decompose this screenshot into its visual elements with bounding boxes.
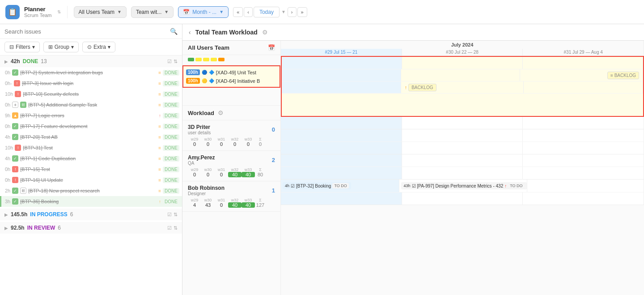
in-progress-expand[interactable]: ▶ <box>4 212 8 217</box>
gantt-cell-team-w29 <box>282 57 402 69</box>
in-progress-action-check[interactable]: ☑ <box>167 212 172 218</box>
done-action-sort[interactable]: ⇅ <box>174 59 178 64</box>
workload-gantt: 4h ☑ [BTP-32] Booking TO DO 43h ☑ <box>281 117 644 205</box>
list-item[interactable]: 10h ! [BTP-31] Test ≡ DONE <box>0 142 182 153</box>
priority-icon: ↑ <box>159 113 161 118</box>
status-badge: DONE <box>163 188 179 194</box>
list-item[interactable]: 2h ✓ ⛓ [BTP-18] New prospect research ≡ … <box>0 185 182 196</box>
search-icon: 🔍 <box>170 28 178 35</box>
team-calendar-button[interactable]: 📅 <box>268 44 275 51</box>
bar-orange <box>218 58 225 61</box>
task-subtype-icon-2: 🔷 <box>209 78 214 83</box>
view-dropdown[interactable]: Team wit... ▼ <box>131 6 174 18</box>
task-name-1: [XAD-49] Unit Test <box>216 70 256 75</box>
bobrobinson-w30: w30 43 <box>201 198 215 208</box>
today-button[interactable]: Today <box>254 7 280 17</box>
left-info-col: All Users Team 📅 100h 🔵 <box>182 41 281 295</box>
in-review-expand[interactable]: ▶ <box>4 226 8 231</box>
extra-label: Extra <box>93 44 106 50</box>
bug-icon: ! <box>12 166 18 172</box>
extra-button[interactable]: ⊙ Extra ▾ <box>82 42 115 52</box>
3dpriter-gantt-w31 <box>523 129 644 141</box>
amyperez-header: Amy.Perez QA 2 <box>182 151 280 167</box>
list-item[interactable]: 0h + ⛓ [BTP-5] Additional Sample Task ≡ … <box>0 99 182 110</box>
nav-back-double[interactable]: « <box>233 7 243 17</box>
list-item[interactable]: 4h ✓ [BTP-1] Code Duplication ≡ DONE <box>0 153 182 164</box>
status-badge: DONE <box>163 134 179 140</box>
priority-icon: ≡ <box>158 92 161 97</box>
gantt-cell-task1-w29 <box>282 69 401 81</box>
group-icon: ⊞ <box>48 44 53 50</box>
list-item[interactable]: 0h ! [BTP-16] UI Update ≡ DONE <box>0 175 182 185</box>
team-dropdown[interactable]: All Users Team ▼ <box>74 6 127 18</box>
task-name-2: [XAD-64] Initiative B <box>216 78 260 84</box>
3dpriter-gantt-header-row <box>281 129 644 142</box>
bobrobinson-role: Designer <box>188 191 225 196</box>
app-info: Planner Scrum Team <box>24 6 52 18</box>
filters-button[interactable]: ⊟ Filters ▾ <box>4 42 40 52</box>
team-dropdown-label: All Users Team <box>79 9 114 15</box>
task-type-icon-2: 🟡 <box>202 78 207 83</box>
3dpriter-gantt-w29 <box>281 129 402 141</box>
3dpriter-count: 0 <box>272 126 275 133</box>
bug-icon: ! <box>12 177 18 183</box>
time-dropdown[interactable]: 📅 Month - ... ▼ <box>178 6 229 18</box>
all-users-team-label: All Users Team <box>188 44 229 51</box>
bobrobinson-gantt-weeks-w30 <box>402 192 523 205</box>
time-dropdown-label: Month - ... <box>192 9 216 15</box>
view-dropdown-label: Team wit... <box>136 9 161 15</box>
team-task-row-2[interactable]: 100h 🟡 🔷 [XAD-64] Initiative B <box>186 77 277 85</box>
status-badge: DONE <box>163 70 179 76</box>
amyperez-gantt-w31 <box>523 154 644 167</box>
status-badge: DONE <box>163 145 179 151</box>
booking-time-label: 4h <box>285 184 289 188</box>
list-item[interactable]: 0h- ! [BTP-3] Issue with login ≡ DONE <box>0 78 182 89</box>
group-button[interactable]: ⊞ Group ▾ <box>43 42 79 52</box>
gantt-cell-task2-w30: ↑ BACKLOG <box>401 81 524 93</box>
search-bar: 🔍 <box>0 24 182 39</box>
design-time-label: 43h <box>403 184 410 188</box>
team-tasks-section: 100h 🔵 🔷 [XAD-49] Unit Test 100h 🟡 🔷 [XA… <box>182 65 280 88</box>
amyperez-gantt-weeks-w29 <box>281 167 402 179</box>
in-review-action-sort[interactable]: ⇅ <box>174 225 178 231</box>
team-task-row-1[interactable]: 100h 🔵 🔷 [XAD-49] Unit Test <box>186 68 277 77</box>
gear-button[interactable]: ⚙ <box>262 29 268 36</box>
amyperez-w30: w30 0 <box>201 167 215 177</box>
team-task-gantt-row-2: ↑ BACKLOG <box>282 81 643 94</box>
app-chevron-icon[interactable]: ⇅ <box>57 9 61 14</box>
collapse-button[interactable]: ‹ <box>189 29 191 36</box>
in-review-action-check[interactable]: ☑ <box>167 225 172 231</box>
bobrobinson-gantt-section: 4h ☑ [BTP-32] Booking TO DO 43h ☑ <box>281 180 644 205</box>
status-badge: DONE <box>163 113 179 119</box>
list-item[interactable]: 0h ✓ [BTP-2] System-level integration bu… <box>0 67 182 78</box>
status-badge: DONE <box>163 81 179 86</box>
list-item[interactable]: 4h ✓ [BTP-20] Test AB ≡ DONE <box>0 132 182 142</box>
bar-yellow3 <box>211 58 217 61</box>
in-progress-action-sort[interactable]: ⇅ <box>174 212 178 218</box>
list-item[interactable]: 9h ▲ [BTP-7] Logic errors ↑ DONE <box>0 110 182 121</box>
in-review-section-header: ▶ 92.5h IN REVIEW 6 ☑ ⇅ <box>0 222 182 234</box>
3dpriter-w31: w31 0 <box>215 137 228 147</box>
booking-check-icon: ☑ <box>291 184 295 188</box>
workload-section-title: Workload <box>188 110 214 116</box>
3dpriter-w32: w32 0 <box>228 137 242 147</box>
priority-icon: ≡ <box>158 81 161 86</box>
workload-gear-button[interactable]: ⚙ <box>218 109 224 116</box>
list-item[interactable]: 0h ! [BTP-15] Test ≡ DONE <box>0 164 182 175</box>
gantt-cell-task1-w30 <box>401 69 521 81</box>
nav-fwd-double[interactable]: » <box>297 7 307 17</box>
search-input[interactable] <box>4 28 166 35</box>
done-section-expand[interactable]: ▶ <box>4 59 8 64</box>
priority-icon: ≡ <box>158 188 161 193</box>
nav-back[interactable]: ‹ <box>244 7 253 17</box>
task-time-2: 100h <box>186 78 200 84</box>
right-content: All Users Team 📅 100h 🔵 <box>182 41 644 295</box>
list-item[interactable]: 3h ✓ [BTP-36] Booking ↑ DONE <box>0 196 182 207</box>
done-action-check[interactable]: ☑ <box>167 59 172 64</box>
nav-fwd[interactable]: › <box>288 7 297 17</box>
person-block-bobrobinson: Bob Robinson Designer 1 w29 4 w30 43 <box>182 181 280 212</box>
design-title: [PA-997] Design Performance Metrics - 43… <box>417 184 504 188</box>
group-chevron: ▾ <box>71 44 74 50</box>
list-item[interactable]: 10h ! [BTP-10] Security defects ≡ DONE <box>0 89 182 99</box>
list-item[interactable]: 0h ✓ [BTP-17] Feature development ≡ DONE <box>0 121 182 132</box>
